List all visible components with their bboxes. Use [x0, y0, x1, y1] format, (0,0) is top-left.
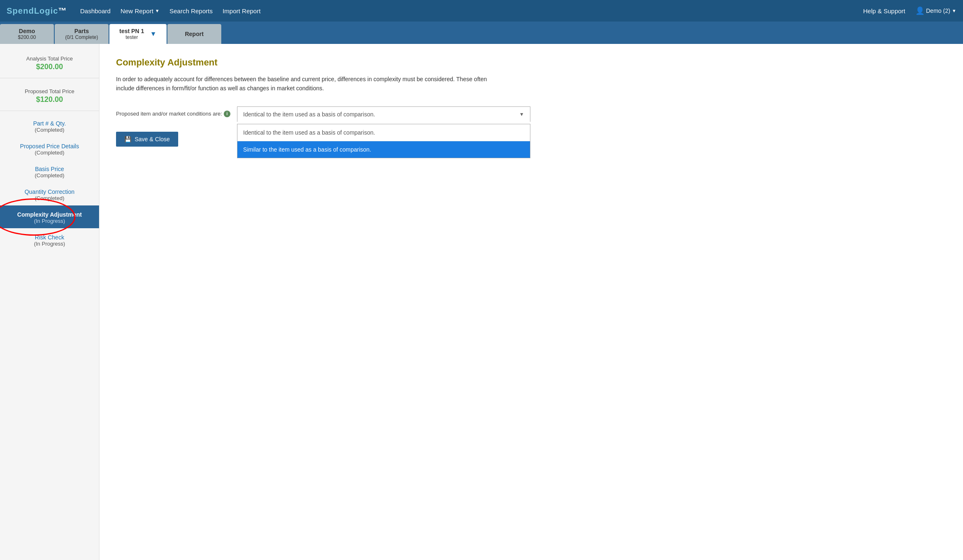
layout: Analysis Total Price $200.00 Proposed To…	[0, 44, 963, 560]
sidebar-item-risk-check-title: Risk Check	[7, 234, 92, 241]
tab-parts-title: Parts	[74, 28, 89, 34]
tab-demo-title: Demo	[19, 28, 35, 34]
proposed-price-value: $120.00	[7, 95, 92, 104]
dropdown-option-similar[interactable]: Similar to the item used as a basis of c…	[237, 141, 530, 158]
user-dropdown-arrow: ▼	[952, 8, 956, 13]
sidebar-item-qty-correction[interactable]: Quantity Correction (Completed)	[0, 183, 99, 205]
sidebar-item-complexity-adjustment-status: (In Progress)	[7, 218, 92, 224]
tab-report[interactable]: Report	[167, 24, 221, 44]
main-content: Complexity Adjustment In order to adequa…	[99, 44, 963, 560]
new-report-dropdown-arrow: ▼	[155, 8, 160, 13]
save-icon: 💾	[124, 136, 131, 142]
analysis-price-value: $200.00	[7, 63, 92, 71]
brand-name-part1: Spend	[7, 6, 34, 15]
sidebar-item-complexity-adjustment-title: Complexity Adjustment	[7, 211, 92, 218]
sidebar-proposed-price-block: Proposed Total Price $120.00	[0, 82, 99, 111]
user-icon: 👤	[915, 6, 924, 15]
sidebar-item-part-qty-title: Part # & Qty.	[7, 120, 92, 127]
sidebar-item-complexity-adjustment[interactable]: Complexity Adjustment (In Progress)	[0, 205, 99, 228]
sidebar-item-proposed-price-status: (Completed)	[7, 150, 92, 156]
tab-test-pn1-arrow: ▼	[150, 30, 157, 38]
tab-demo-subtitle: $200.00	[18, 34, 36, 40]
tab-demo[interactable]: Demo $200.00	[0, 24, 54, 44]
tab-parts[interactable]: Parts (0/1 Complete)	[55, 24, 109, 44]
nav-dashboard[interactable]: Dashboard	[80, 7, 110, 14]
nav-right: Help & Support 👤 Demo (2) ▼	[863, 6, 956, 15]
sidebar-item-part-qty-status: (Completed)	[7, 127, 92, 133]
form-label-text: Proposed item and/or market conditions a…	[116, 111, 222, 117]
save-close-button[interactable]: 💾 Save & Close	[116, 132, 178, 147]
form-label: Proposed item and/or market conditions a…	[116, 106, 230, 117]
tabs-row: Demo $200.00 Parts (0/1 Complete) test P…	[0, 22, 963, 44]
info-icon[interactable]: i	[224, 111, 230, 117]
chevron-down-icon: ▼	[519, 111, 524, 117]
sidebar-item-basis-price-title: Basis Price	[7, 166, 92, 172]
analysis-price-label: Analysis Total Price	[7, 56, 92, 62]
nav-import-report[interactable]: Import Report	[223, 7, 261, 14]
nav-new-report[interactable]: New Report ▼	[121, 7, 160, 14]
proposed-price-label: Proposed Total Price	[7, 88, 92, 94]
sidebar-item-basis-price[interactable]: Basis Price (Completed)	[0, 160, 99, 183]
sidebar-item-proposed-price-title: Proposed Price Details	[7, 143, 92, 150]
brand-name-part2: Logic	[34, 6, 58, 15]
dropdown-wrapper: Identical to the item used as a basis of…	[237, 106, 530, 122]
dropdown-option-identical[interactable]: Identical to the item used as a basis of…	[237, 124, 530, 141]
dropdown-options: Identical to the item used as a basis of…	[237, 124, 530, 158]
nav-user[interactable]: 👤 Demo (2) ▼	[915, 6, 956, 15]
tab-report-title: Report	[185, 31, 203, 37]
sidebar-item-risk-check[interactable]: Risk Check (In Progress)	[0, 228, 99, 251]
sidebar: Analysis Total Price $200.00 Proposed To…	[0, 44, 99, 560]
sidebar-item-risk-check-status: (In Progress)	[7, 241, 92, 247]
tab-test-pn1[interactable]: test PN 1 tester ▼	[109, 24, 167, 44]
sidebar-item-qty-correction-title: Quantity Correction	[7, 188, 92, 195]
dropdown-select[interactable]: Identical to the item used as a basis of…	[237, 106, 530, 122]
sidebar-item-qty-correction-status: (Completed)	[7, 195, 92, 201]
sidebar-item-basis-price-status: (Completed)	[7, 172, 92, 179]
tab-parts-subtitle: (0/1 Complete)	[65, 34, 98, 40]
save-close-label: Save & Close	[135, 136, 170, 142]
brand-logo: SpendLogic™	[7, 6, 67, 16]
section-title: Complexity Adjustment	[116, 57, 946, 68]
sidebar-item-part-qty[interactable]: Part # & Qty. (Completed)	[0, 114, 99, 137]
navbar: SpendLogic™ Dashboard New Report ▼ Searc…	[0, 0, 963, 22]
tab-test-pn1-title: test PN 1	[119, 28, 144, 34]
section-description: In order to adequately account for diffe…	[116, 75, 489, 93]
nav-help-support[interactable]: Help & Support	[863, 7, 905, 14]
nav-links: Dashboard New Report ▼ Search Reports Im…	[80, 7, 863, 14]
sidebar-analysis-price-block: Analysis Total Price $200.00	[0, 52, 99, 78]
complexity-form-row: Proposed item and/or market conditions a…	[116, 106, 530, 122]
dropdown-selected-value: Identical to the item used as a basis of…	[243, 111, 375, 118]
tab-test-pn1-inner: test PN 1 tester ▼	[119, 28, 157, 40]
user-label: Demo (2)	[926, 7, 950, 14]
sidebar-item-proposed-price[interactable]: Proposed Price Details (Completed)	[0, 137, 99, 160]
complexity-adjustment-wrapper: Complexity Adjustment (In Progress)	[0, 205, 99, 228]
tab-test-pn1-subtitle: tester	[126, 34, 138, 40]
nav-search-reports[interactable]: Search Reports	[169, 7, 213, 14]
